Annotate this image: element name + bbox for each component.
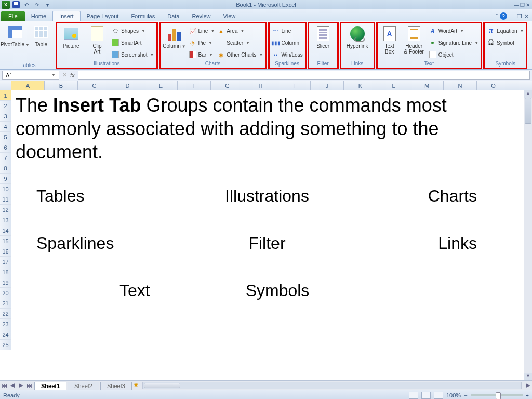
row-header[interactable]: 24 bbox=[0, 329, 11, 340]
scatter-chart-button[interactable]: ∴Scatter▼ bbox=[217, 37, 263, 48]
equation-button[interactable]: πEquation▼ bbox=[487, 25, 524, 36]
col-header[interactable]: H bbox=[244, 81, 277, 90]
col-header[interactable]: I bbox=[277, 81, 311, 90]
row-header[interactable]: 15 bbox=[0, 236, 11, 246]
row-header[interactable]: 19 bbox=[0, 277, 11, 288]
excel-app-icon[interactable]: X bbox=[1, 1, 10, 9]
row-header[interactable]: 12 bbox=[0, 205, 11, 215]
close-button[interactable]: ✕ bbox=[526, 2, 530, 8]
sheet-nav-prev[interactable]: ◀ bbox=[8, 382, 17, 389]
tab-data[interactable]: Data bbox=[161, 11, 185, 21]
row-header[interactable]: 9 bbox=[0, 174, 11, 184]
row-header[interactable]: 13 bbox=[0, 215, 11, 225]
scroll-right-icon[interactable]: ▶ bbox=[524, 382, 532, 389]
tab-insert[interactable]: Insert bbox=[52, 11, 81, 21]
header-footer-button[interactable]: Header & Footer bbox=[402, 24, 427, 55]
row-header[interactable]: 8 bbox=[0, 163, 11, 174]
tab-home[interactable]: Home bbox=[25, 11, 52, 21]
vertical-scrollbar[interactable]: ▲ ▼ bbox=[524, 90, 532, 380]
col-header[interactable]: K bbox=[344, 81, 377, 90]
tab-file[interactable]: File bbox=[1, 11, 25, 21]
sparkline-line-button[interactable]: 〰Line bbox=[272, 25, 303, 36]
restore-button[interactable]: ❐ bbox=[520, 2, 525, 8]
view-normal-button[interactable] bbox=[409, 392, 418, 399]
row-header[interactable]: 7 bbox=[0, 153, 11, 163]
area-chart-button[interactable]: ▲Area▼ bbox=[217, 25, 263, 36]
bar-chart-button[interactable]: Bar▼ bbox=[189, 49, 215, 60]
pivottable-button[interactable]: PivotTable▼ bbox=[3, 23, 27, 48]
row-header[interactable]: 16 bbox=[0, 246, 11, 257]
col-header[interactable]: D bbox=[111, 81, 144, 90]
row-header[interactable]: 3 bbox=[0, 111, 11, 122]
hyperlink-button[interactable]: Hyperlink bbox=[343, 24, 371, 49]
redo-button[interactable]: ↷ bbox=[32, 1, 42, 9]
row-header[interactable]: 21 bbox=[0, 298, 11, 309]
workbook-close-icon[interactable]: ✕ bbox=[524, 13, 529, 20]
sparkline-column-button[interactable]: ▮▮▮Column bbox=[272, 37, 303, 48]
sheet-nav-next[interactable]: ▶ bbox=[17, 382, 25, 389]
qat-customize-icon[interactable]: ▾ bbox=[43, 1, 52, 9]
undo-button[interactable]: ↶ bbox=[22, 1, 31, 9]
picture-button[interactable]: Picture bbox=[59, 24, 83, 49]
col-header[interactable]: E bbox=[144, 81, 178, 90]
shapes-button[interactable]: ⬠Shapes▼ bbox=[111, 25, 154, 36]
row-header[interactable]: 22 bbox=[0, 309, 11, 319]
textbox-button[interactable]: AText Box bbox=[380, 24, 400, 55]
sheet-nav-first[interactable]: ⏮ bbox=[0, 382, 8, 389]
row-header[interactable]: 6 bbox=[0, 142, 11, 153]
zoom-out-button[interactable]: − bbox=[464, 392, 467, 398]
row-header[interactable]: 4 bbox=[0, 122, 11, 132]
row-header[interactable]: 5 bbox=[0, 132, 11, 142]
signature-line-button[interactable]: ✒Signature Line▼ bbox=[429, 37, 478, 48]
row-header[interactable]: 11 bbox=[0, 194, 11, 205]
sheet-tab-3[interactable]: Sheet3 bbox=[100, 382, 132, 390]
line-chart-button[interactable]: 📈Line▼ bbox=[189, 25, 215, 36]
object-button[interactable]: Object bbox=[429, 49, 478, 60]
save-button[interactable] bbox=[11, 1, 21, 9]
cancel-formula-icon[interactable]: ✕ bbox=[62, 72, 67, 78]
clipart-button[interactable]: Clip Art bbox=[85, 24, 109, 55]
other-charts-button[interactable]: ◉Other Charts▼ bbox=[217, 49, 263, 60]
minimize-button[interactable]: — bbox=[514, 2, 519, 8]
row-header[interactable]: 10 bbox=[0, 184, 11, 194]
zoom-slider[interactable] bbox=[471, 394, 523, 396]
row-header[interactable]: 1 bbox=[0, 90, 11, 101]
col-header[interactable]: L bbox=[377, 81, 410, 90]
fx-icon[interactable]: fx bbox=[70, 72, 75, 78]
symbol-button[interactable]: ΩSymbol bbox=[487, 37, 524, 48]
col-header[interactable]: O bbox=[477, 81, 510, 90]
name-box[interactable]: A1▼ bbox=[2, 71, 59, 80]
sparkline-winloss-button[interactable]: ▪▪Win/Loss bbox=[272, 49, 303, 60]
column-chart-button[interactable]: Column▼ bbox=[163, 24, 187, 49]
wordart-button[interactable]: AWordArt▼ bbox=[429, 25, 478, 36]
zoom-level[interactable]: 100% bbox=[446, 392, 461, 398]
tab-page-layout[interactable]: Page Layout bbox=[81, 11, 125, 21]
horizontal-scrollbar[interactable] bbox=[142, 382, 522, 389]
row-header[interactable]: 2 bbox=[0, 101, 11, 111]
sheet-tab-2[interactable]: Sheet2 bbox=[68, 382, 99, 390]
sheet-nav-last[interactable]: ⏭ bbox=[25, 382, 33, 389]
scroll-thumb[interactable] bbox=[525, 98, 531, 124]
help-icon[interactable]: ? bbox=[500, 12, 507, 20]
col-header[interactable]: A bbox=[11, 81, 45, 90]
scroll-down-icon[interactable]: ▼ bbox=[524, 373, 532, 380]
row-header[interactable]: 18 bbox=[0, 267, 11, 277]
workbook-restore-icon[interactable]: ❐ bbox=[517, 13, 522, 20]
col-header[interactable]: C bbox=[78, 81, 111, 90]
slicer-button[interactable]: Slicer bbox=[311, 24, 335, 49]
screenshot-button[interactable]: Screenshot▼ bbox=[111, 49, 154, 60]
col-header[interactable]: J bbox=[311, 81, 344, 90]
view-pagebreak-button[interactable] bbox=[434, 392, 443, 399]
table-button[interactable]: Table bbox=[29, 23, 53, 47]
new-sheet-button[interactable]: ✸ bbox=[132, 382, 140, 389]
tab-review[interactable]: Review bbox=[185, 11, 217, 21]
workbook-minimize-icon[interactable]: — bbox=[509, 13, 515, 19]
col-header[interactable]: M bbox=[410, 81, 444, 90]
select-all-corner[interactable] bbox=[0, 81, 11, 90]
zoom-in-button[interactable]: + bbox=[526, 392, 529, 398]
row-header[interactable]: 14 bbox=[0, 225, 11, 236]
col-header[interactable]: F bbox=[178, 81, 211, 90]
tab-formulas[interactable]: Formulas bbox=[125, 11, 161, 21]
smartart-button[interactable]: SmartArt bbox=[111, 37, 154, 48]
tab-view[interactable]: View bbox=[217, 11, 242, 21]
